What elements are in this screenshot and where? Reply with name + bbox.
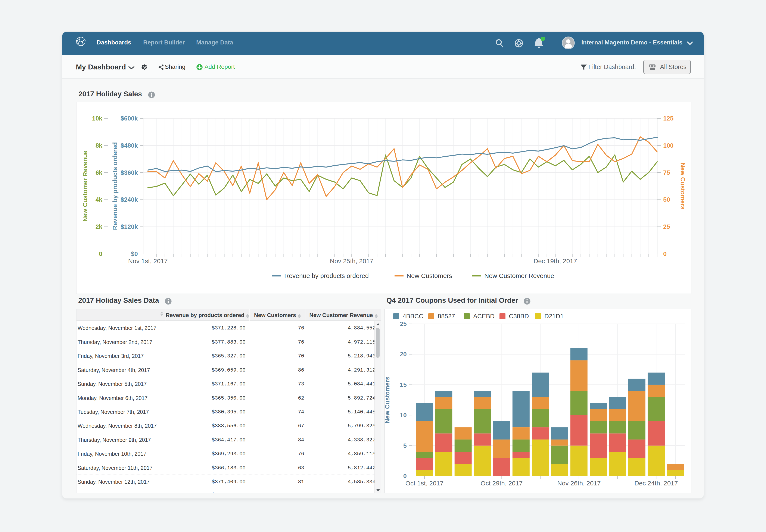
svg-text:100: 100 (663, 142, 673, 149)
svg-text:0: 0 (99, 250, 102, 257)
svg-text:88527: 88527 (438, 313, 455, 320)
svg-text:2k: 2k (95, 223, 103, 230)
svg-text:8k: 8k (95, 142, 103, 149)
svg-text:15: 15 (400, 381, 407, 388)
svg-text:10k: 10k (92, 115, 103, 122)
svg-text:$600k: $600k (120, 115, 138, 122)
svg-text:0: 0 (403, 473, 407, 479)
svg-text:125: 125 (663, 115, 673, 122)
svg-text:4BBCC: 4BBCC (403, 313, 424, 320)
svg-text:Revenue by products ordered: Revenue by products ordered (112, 142, 118, 230)
svg-text:Dec 24th, 2017: Dec 24th, 2017 (634, 480, 678, 487)
svg-text:$120k: $120k (120, 223, 138, 230)
svg-text:Nov 1st, 2017: Nov 1st, 2017 (128, 257, 167, 265)
svg-text:10: 10 (400, 412, 407, 419)
svg-text:Oct 1st, 2017: Oct 1st, 2017 (406, 480, 444, 487)
svg-text:Nov 25th, 2017: Nov 25th, 2017 (330, 257, 373, 265)
svg-text:$360k: $360k (120, 169, 138, 176)
svg-text:25: 25 (663, 223, 670, 230)
svg-text:0: 0 (663, 250, 667, 257)
svg-text:$240k: $240k (120, 196, 138, 203)
svg-text:New Customer Revenue: New Customer Revenue (484, 272, 554, 279)
svg-text:50: 50 (663, 196, 670, 203)
svg-text:C38BD: C38BD (509, 313, 529, 320)
svg-text:$480k: $480k (120, 142, 138, 149)
svg-text:New Customers: New Customers (679, 163, 686, 209)
svg-text:6k: 6k (95, 169, 103, 176)
svg-text:$0: $0 (131, 250, 138, 257)
svg-text:Nov 26th, 2017: Nov 26th, 2017 (557, 480, 601, 487)
svg-text:New Customer Revenue: New Customer Revenue (82, 151, 88, 222)
svg-text:20: 20 (400, 351, 407, 358)
svg-text:Oct 29th, 2017: Oct 29th, 2017 (481, 480, 523, 487)
svg-text:4k: 4k (95, 196, 103, 203)
svg-text:5: 5 (403, 442, 407, 449)
svg-text:Dec 19th, 2017: Dec 19th, 2017 (534, 257, 577, 265)
svg-text:New Customers: New Customers (407, 272, 452, 279)
svg-text:D21D1: D21D1 (544, 313, 564, 320)
svg-text:75: 75 (663, 169, 670, 176)
svg-text:25: 25 (400, 320, 407, 327)
svg-text:New Customers: New Customers (385, 376, 391, 423)
svg-text:Revenue by products ordered: Revenue by products ordered (284, 272, 369, 279)
svg-text:ACEBD: ACEBD (473, 313, 495, 320)
